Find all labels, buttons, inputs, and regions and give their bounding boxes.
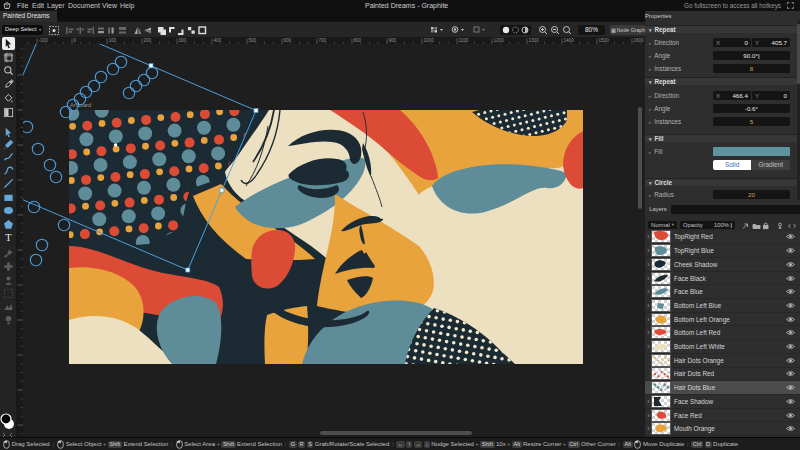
svg-text:1600: 1600 <box>634 38 645 43</box>
svg-text:1400: 1400 <box>564 38 575 43</box>
svg-text:1200: 1200 <box>494 38 505 43</box>
svg-text:T: T <box>5 232 12 243</box>
svg-text:-100: -100 <box>39 38 49 43</box>
svg-text:0: 0 <box>74 38 77 43</box>
svg-text:1100: 1100 <box>459 38 469 43</box>
svg-text:1300: 1300 <box>529 38 540 43</box>
svg-text:1500: 1500 <box>599 38 610 43</box>
svg-text:1000: 1000 <box>424 38 435 43</box>
